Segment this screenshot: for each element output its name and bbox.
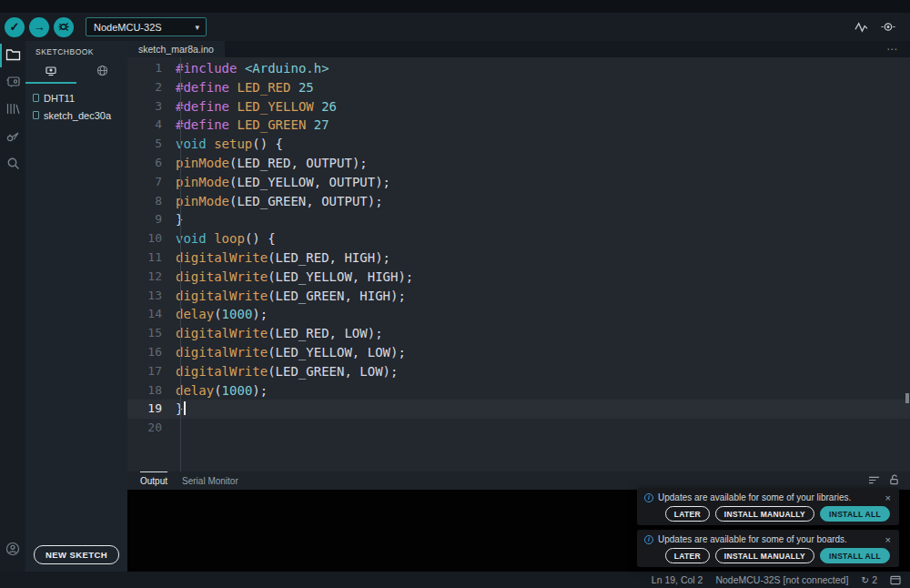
install-manually-button[interactable]: INSTALL MANUALLY <box>715 506 814 522</box>
code-line[interactable]: 13digitalWrite(LED_GREEN, HIGH); <box>127 287 910 306</box>
code-line[interactable]: 11digitalWrite(LED_RED, HIGH); <box>127 248 910 268</box>
line-number: 4 <box>127 116 171 135</box>
code-line[interactable]: 9} <box>127 210 910 229</box>
code-text: digitalWrite(LED_GREEN, HIGH); <box>176 287 406 306</box>
sidebar-item-debug[interactable] <box>0 126 25 149</box>
code-text: digitalWrite(LED_YELLOW, HIGH); <box>176 268 413 287</box>
line-number: 2 <box>127 78 171 97</box>
cursor-position[interactable]: Ln 19, Col 2 <box>652 574 703 585</box>
toast-message: Updates are available for some of your b… <box>658 534 880 544</box>
code-line[interactable]: 5void setup() { <box>127 135 910 154</box>
sketchbook-list: DHT11sketch_dec30a <box>25 84 127 124</box>
editor-scrollbar[interactable] <box>905 393 909 403</box>
new-sketch-button[interactable]: NEW SKETCH <box>34 545 119 564</box>
install-manually-button[interactable]: INSTALL MANUALLY <box>715 548 814 563</box>
bug-icon <box>58 21 70 33</box>
board-selector-dropdown[interactable]: NodeMCU-32S ▾ <box>86 17 207 36</box>
code-line[interactable]: 2#define LED_RED 25 <box>127 78 910 97</box>
code-line[interactable]: 1#include <Arduino.h> <box>127 59 910 78</box>
upload-button[interactable]: → <box>29 17 49 37</box>
install-all-button[interactable]: INSTALL ALL <box>820 506 890 522</box>
toast-message: Updates are available for some of your l… <box>658 492 880 502</box>
code-editor[interactable]: 1#include <Arduino.h>2#define LED_RED 25… <box>127 57 910 471</box>
sidebar-item-search[interactable] <box>0 153 25 177</box>
code-line[interactable]: 10void loop() { <box>127 229 910 248</box>
clear-output-icon[interactable] <box>868 472 880 489</box>
search-icon <box>6 157 20 174</box>
subtab-local-sketchbook[interactable] <box>25 62 76 84</box>
serial-plotter-icon[interactable] <box>854 21 868 33</box>
code-line[interactable]: 4#define LED_GREEN 27 <box>127 116 910 135</box>
code-line[interactable]: 12digitalWrite(LED_YELLOW, HIGH); <box>127 268 910 287</box>
sidebar-panel-title: SKETCHBOOK <box>25 41 127 60</box>
code-line[interactable]: 7pinMode(LED_YELLOW, OUTPUT); <box>127 173 910 192</box>
toast-header: iUpdates are available for some of your … <box>644 492 892 502</box>
activity-bar <box>0 41 25 572</box>
code-line[interactable]: 3#define LED_YELLOW 26 <box>127 97 910 117</box>
notifications-indicator[interactable]: ↻ 2 <box>861 574 877 585</box>
toast-actions: LATERINSTALL MANUALLYINSTALL ALL <box>644 506 892 522</box>
toast-actions: LATERINSTALL MANUALLYINSTALL ALL <box>644 548 892 563</box>
install-all-button[interactable]: INSTALL ALL <box>820 548 890 563</box>
tab-output[interactable]: Output <box>140 471 167 490</box>
arduino-ide-window: ✓ → NodeMCU-32S ▾ <box>0 0 910 588</box>
code-text: delay(1000); <box>176 381 268 400</box>
code-text: pinMode(LED_GREEN, OUTPUT); <box>176 192 383 211</box>
code-line[interactable]: 20 <box>127 419 910 438</box>
code-line[interactable]: 8pinMode(LED_GREEN, OUTPUT); <box>127 192 910 211</box>
toggle-panel-icon[interactable] <box>890 575 901 585</box>
code-token: #define <box>176 99 229 114</box>
code-token <box>207 231 214 246</box>
code-token: (LED_RED, LOW); <box>268 326 382 340</box>
close-icon[interactable]: × <box>885 535 892 544</box>
code-token: 1000 <box>222 383 253 398</box>
sidebar-item-library-manager[interactable] <box>0 98 25 122</box>
code-line[interactable]: 14delay(1000); <box>127 305 910 324</box>
sync-icon: ↻ <box>861 574 869 585</box>
arrow-right-icon: → <box>34 20 46 34</box>
code-text: #include <Arduino.h> <box>176 59 329 78</box>
code-token: (LED_RED, OUTPUT); <box>229 156 368 170</box>
code-token: (LED_YELLOW, LOW); <box>268 345 406 360</box>
code-line[interactable]: 19} <box>127 400 910 419</box>
code-token: (LED_YELLOW, OUTPUT); <box>229 175 390 189</box>
more-actions-icon[interactable]: ⋯ <box>886 41 910 57</box>
sidebar-item-sketchbook[interactable] <box>0 44 25 67</box>
line-number: 12 <box>127 268 171 287</box>
debug-button[interactable] <box>54 17 74 37</box>
code-token <box>306 117 313 132</box>
sketchbook-item[interactable]: sketch_dec30a <box>25 106 127 124</box>
code-line[interactable]: 6pinMode(LED_RED, OUTPUT); <box>127 154 910 173</box>
info-icon: i <box>644 493 653 502</box>
verify-button[interactable]: ✓ <box>5 17 25 37</box>
code-token: () { <box>245 231 276 246</box>
code-lines: 1#include <Arduino.h>2#define LED_RED 25… <box>127 59 910 438</box>
code-line[interactable]: 17digitalWrite(LED_GREEN, LOW); <box>127 362 910 381</box>
scroll-lock-icon[interactable] <box>889 472 899 489</box>
close-icon[interactable]: × <box>885 493 892 502</box>
sketchbook-item[interactable]: DHT11 <box>25 89 127 106</box>
folder-icon <box>5 47 21 65</box>
tab-sketch-file[interactable]: sketch_mar8a.ino <box>127 41 225 57</box>
gutter-separator <box>180 57 181 471</box>
code-line[interactable]: 15digitalWrite(LED_RED, LOW); <box>127 324 910 343</box>
code-token: 1000 <box>222 307 253 321</box>
code-token: digitalWrite <box>176 269 268 284</box>
line-number: 13 <box>127 287 171 306</box>
account-button[interactable] <box>0 539 25 563</box>
later-button[interactable]: LATER <box>665 548 710 563</box>
subtab-cloud-sketchbook[interactable] <box>76 62 127 84</box>
later-button[interactable]: LATER <box>665 506 710 522</box>
code-token: <Arduino.h> <box>245 61 329 76</box>
board-chip-icon <box>5 75 21 92</box>
code-line[interactable]: 16digitalWrite(LED_YELLOW, LOW); <box>127 343 910 362</box>
sidebar-item-boards-manager[interactable] <box>0 71 25 95</box>
tab-serial-monitor[interactable]: Serial Monitor <box>182 471 238 490</box>
code-text: digitalWrite(LED_RED, HIGH); <box>176 248 390 268</box>
sketch-file-icon <box>33 111 39 119</box>
serial-monitor-icon[interactable] <box>881 21 895 33</box>
code-token: delay <box>176 383 214 398</box>
line-number: 17 <box>127 362 171 381</box>
board-connection-status[interactable]: NodeMCU-32S [not connected] <box>715 574 848 585</box>
code-line[interactable]: 18delay(1000); <box>127 381 910 400</box>
